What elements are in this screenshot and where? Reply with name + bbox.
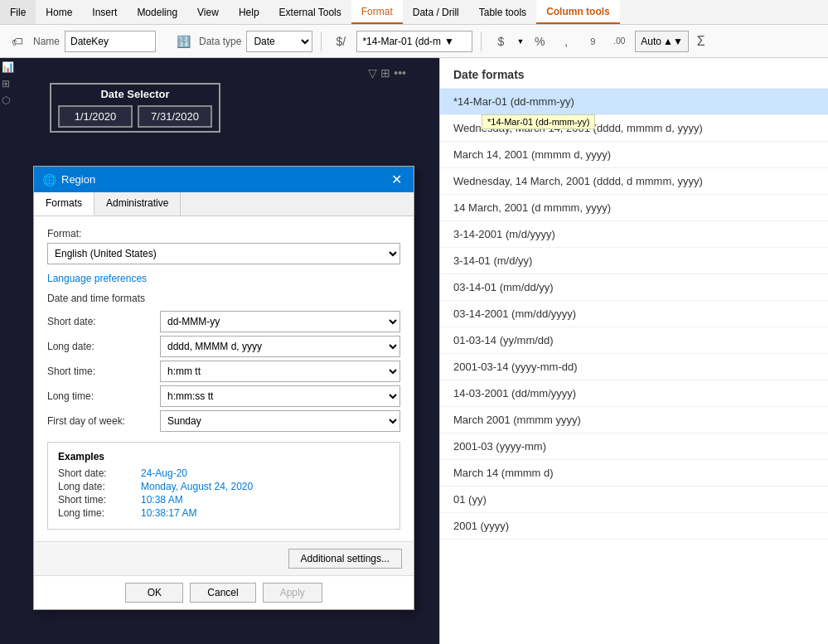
date-formats-panel: Date formats *14-Mar-01 (dd-mmm-yy)Wedne…	[439, 58, 828, 644]
long-time-select[interactable]: h:mm:ss tt	[160, 385, 400, 407]
cancel-button[interactable]: Cancel	[190, 583, 255, 603]
end-date-input[interactable]: 7/31/2020	[138, 105, 212, 128]
menu-view[interactable]: View	[187, 0, 229, 24]
name-icon: 🏷	[7, 31, 28, 52]
percent-btn[interactable]: %	[529, 31, 550, 52]
date-formats-title: Date formats	[440, 58, 828, 89]
chart-icon[interactable]: 📊	[2, 61, 17, 76]
date-format-item[interactable]: 3-14-2001 (m/d/yyyy)	[440, 221, 828, 248]
menu-column-tools[interactable]: Column tools	[536, 0, 620, 24]
date-format-item[interactable]: Wednesday, 14 March, 2001 (dddd, d mmmm,…	[440, 168, 828, 195]
examples-section: Examples Short date: 24-Aug-20 Long date…	[47, 442, 400, 530]
more-icon[interactable]: •••	[394, 66, 406, 80]
date-format-item[interactable]: Wednesday, March 14, 2001 (dddd, mmmm d,…	[440, 115, 828, 142]
ex-long-time-key: Long time:	[58, 507, 141, 519]
name-input[interactable]	[65, 31, 156, 52]
menu-format[interactable]: Format	[351, 0, 403, 24]
example-long-date: Long date: Monday, August 24, 2020	[58, 481, 390, 492]
date-format-list: *14-Mar-01 (dd-mmm-yy)Wednesday, March 1…	[440, 89, 828, 540]
dialog-tabs: Formats Administrative	[34, 192, 414, 216]
apply-button[interactable]: Apply	[263, 583, 322, 603]
short-time-label: Short time:	[47, 366, 155, 377]
left-panel: 📊 ⊞ ⬡ ▽ ⊞ ••• Date Selector 1/1/2020 7/3…	[0, 58, 439, 644]
date-format-item[interactable]: 01-03-14 (yy/mm/dd)	[440, 327, 828, 354]
menu-help[interactable]: Help	[229, 0, 269, 24]
date-selector-inputs: 1/1/2020 7/31/2020	[58, 105, 212, 128]
menu-table-tools[interactable]: Table tools	[469, 0, 536, 24]
dollar-btn[interactable]: $	[490, 31, 511, 52]
example-long-time: Long time: 10:38:17 AM	[58, 507, 390, 519]
language-preferences-link[interactable]: Language preferences	[47, 273, 400, 284]
date-format-item[interactable]: 2001 (yyyy)	[440, 513, 828, 540]
auto-label: Auto	[641, 36, 661, 47]
globe-icon: 🌐	[42, 173, 56, 186]
model-icon[interactable]: ⬡	[2, 94, 17, 109]
menu-external-tools[interactable]: External Tools	[269, 0, 351, 24]
format-field-label: Format:	[47, 228, 400, 240]
date-format-item[interactable]: 2001-03 (yyyy-mm)	[440, 433, 828, 460]
menu-file[interactable]: File	[0, 0, 36, 24]
ex-short-time-key: Short time:	[58, 494, 141, 506]
comma-btn[interactable]: ,	[555, 31, 577, 52]
menu-modeling[interactable]: Modeling	[127, 0, 187, 24]
menu-insert[interactable]: Insert	[82, 0, 127, 24]
long-date-select[interactable]: dddd, MMMM d, yyyy	[160, 336, 400, 357]
currency-format-icon[interactable]: $/	[330, 31, 351, 52]
start-date-input[interactable]: 1/1/2020	[58, 105, 133, 128]
table-icon[interactable]: ⊞	[2, 78, 17, 93]
date-format-item[interactable]: 14-03-2001 (dd/mm/yyyy)	[440, 380, 828, 407]
date-format-item[interactable]: 2001-03-14 (yyyy-mm-dd)	[440, 354, 828, 380]
date-format-item[interactable]: 03-14-01 (mm/dd/yy)	[440, 274, 828, 301]
first-day-row: First day of week: Sunday	[47, 410, 400, 432]
tab-administrative[interactable]: Administrative	[94, 192, 181, 215]
format-select[interactable]: English (United States)	[47, 243, 400, 264]
content-area: 📊 ⊞ ⬡ ▽ ⊞ ••• Date Selector 1/1/2020 7/3…	[0, 58, 828, 644]
date-format-item[interactable]: March 14 (mmmm d)	[440, 460, 828, 487]
menu-data-drill[interactable]: Data / Drill	[403, 0, 469, 24]
date-format-item[interactable]: 03-14-2001 (mm/dd/yyyy)	[440, 301, 828, 327]
date-format-item[interactable]: 01 (yy)	[440, 487, 828, 513]
ex-short-date-key: Short date:	[58, 467, 141, 479]
short-time-row: Short time: h:mm tt	[47, 361, 400, 382]
date-format-item[interactable]: 3-14-01 (m/d/yy)	[440, 248, 828, 274]
dialog-bottom-btns: OK Cancel Apply	[34, 575, 414, 609]
first-day-label: First day of week:	[47, 415, 155, 427]
dialog-close-btn[interactable]: ✕	[388, 172, 405, 187]
filter-icon[interactable]: ▽	[368, 66, 377, 80]
long-time-row: Long time: h:mm:ss tt	[47, 385, 400, 407]
short-date-label: Short date:	[47, 316, 155, 327]
decimal-btn[interactable]: .00	[608, 31, 630, 52]
date-format-item[interactable]: 14 March, 2001 (d mmmm, yyyy)	[440, 195, 828, 221]
separator-2	[481, 31, 482, 51]
data-type-label: Data type	[199, 36, 241, 47]
ex-short-time-val: 10:38 AM	[141, 494, 390, 506]
short-date-select[interactable]: dd-MMM-yy	[160, 311, 400, 332]
side-icons: 📊 ⊞ ⬡	[0, 58, 18, 113]
date-format-item[interactable]: *14-Mar-01 (dd-mmm-yy)	[440, 89, 828, 115]
ex-long-date-key: Long date:	[58, 481, 141, 492]
format-value: *14-Mar-01 (dd-m	[362, 36, 441, 47]
long-date-row: Long date: dddd, MMMM d, yyyy	[47, 336, 400, 357]
date-format-item[interactable]: March 2001 (mmmm yyyy)	[440, 407, 828, 433]
sigma-btn[interactable]: Σ	[697, 34, 705, 49]
long-time-label: Long time:	[47, 390, 155, 402]
section-title: Date and time formats	[47, 293, 400, 304]
date-format-item[interactable]: March 14, 2001 (mmmm d, yyyy)	[440, 142, 828, 168]
first-day-select[interactable]: Sunday	[160, 410, 400, 432]
auto-dropdown[interactable]: Auto ▲▼	[635, 31, 688, 52]
filter-bar: ▽ ⊞ •••	[368, 66, 406, 80]
expand-icon[interactable]: ⊞	[380, 66, 390, 80]
auto-arrow: ▲▼	[663, 36, 683, 47]
menu-bar: File Home Insert Modeling View Help Exte…	[0, 0, 828, 25]
short-time-select[interactable]: h:mm tt	[160, 361, 400, 382]
dialog-titlebar: 🌐 Region ✕	[34, 167, 414, 192]
datatype-icon: 🔢	[172, 31, 194, 52]
additional-settings-btn[interactable]: Additional settings...	[288, 549, 402, 569]
ok-button[interactable]: OK	[125, 583, 183, 603]
date-selector-widget: Date Selector 1/1/2020 7/31/2020	[50, 83, 220, 133]
format-dropdown[interactable]: *14-Mar-01 (dd-m ▼	[356, 31, 472, 52]
comma-btn-2[interactable]: 9	[582, 31, 603, 52]
data-type-select[interactable]: Date	[246, 31, 312, 52]
menu-home[interactable]: Home	[36, 0, 82, 24]
tab-formats[interactable]: Formats	[34, 192, 94, 215]
